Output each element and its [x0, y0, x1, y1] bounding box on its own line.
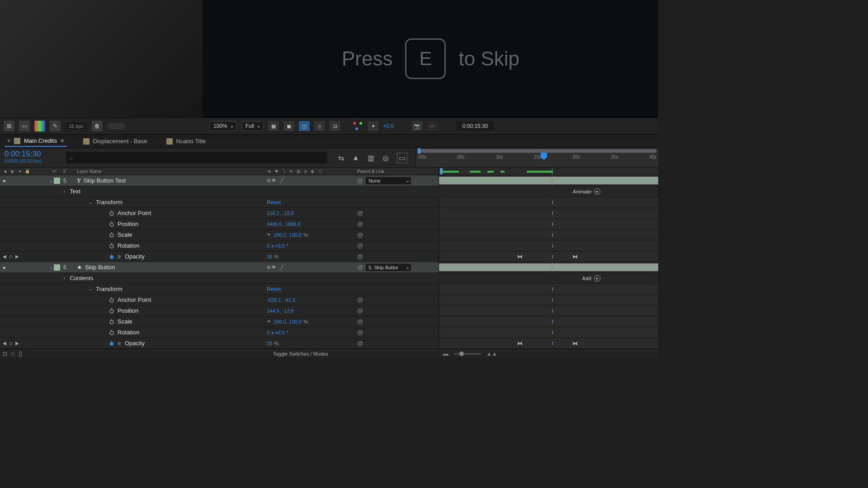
pickwhip-icon[interactable]: @	[357, 318, 363, 325]
panel-menu-icon[interactable]: ≡	[61, 137, 64, 144]
constrain-icon[interactable]: ⚭	[267, 232, 271, 238]
zoom-slider[interactable]	[454, 353, 481, 355]
zoom-dropdown[interactable]: 100%	[209, 121, 237, 131]
prev-key-icon[interactable]: ◀	[3, 254, 6, 259]
prev-key-icon[interactable]: ◀	[3, 341, 6, 346]
scale-y-value[interactable]: 100.0	[289, 319, 302, 324]
position-x-value[interactable]: 144.9	[267, 308, 279, 314]
rotation-deg-value[interactable]: +0.0	[275, 330, 285, 335]
pickwhip-icon[interactable]: @	[357, 307, 363, 314]
label-header-icon[interactable]: 🏷	[52, 169, 57, 174]
transform-group-row[interactable]: ⌄Transform Reset I	[0, 284, 658, 295]
draft-3d-icon[interactable]: ▲	[352, 154, 359, 162]
twirl-open-icon[interactable]: ⌄	[48, 265, 54, 270]
parent-dropdown[interactable]: None	[366, 177, 411, 184]
rotation-turns-value[interactable]: 0	[267, 243, 269, 249]
fx-icon[interactable]: fx	[288, 169, 294, 174]
add-key-icon[interactable]: ◇	[9, 254, 13, 259]
add-menu-icon[interactable]: ▶	[594, 275, 600, 282]
anchor-y-value[interactable]: -81.5	[284, 297, 295, 303]
label-swatch[interactable]	[54, 178, 60, 184]
color-mgmt-icon[interactable]	[352, 121, 363, 131]
pickwhip-icon[interactable]: @	[357, 340, 363, 347]
scale-row[interactable]: Scale ⚭100.0 ,100.0% @ I	[0, 316, 658, 327]
show-snapshot-icon[interactable]: ⟳	[427, 121, 438, 131]
trash-icon[interactable]: 🗑	[92, 121, 103, 131]
layer-name[interactable]: Skip Button	[85, 264, 115, 271]
graph-editor-icon[interactable]: ▭	[397, 153, 407, 163]
flowchart-icon[interactable]: ⊞	[4, 121, 14, 131]
folder-icon[interactable]: ▭	[19, 121, 30, 131]
pickwhip-icon[interactable]: @	[357, 231, 363, 238]
parent-header[interactable]: Parent & Link	[357, 169, 384, 174]
add-key-icon[interactable]: ◇	[9, 341, 13, 346]
stopwatch-icon[interactable]	[108, 297, 115, 303]
3d-icon[interactable]: ⬡	[317, 169, 323, 174]
time-ruler[interactable]: :00s 05s 10s 15s 20s 25s 30s	[415, 148, 658, 167]
pen-icon[interactable]: ✎	[50, 121, 61, 131]
reset-button[interactable]: Reset	[267, 286, 281, 292]
timecode[interactable]: 0:00:15:30	[5, 150, 59, 159]
stopwatch-icon[interactable]	[108, 243, 115, 249]
anchor-x-value[interactable]: -528.2	[267, 297, 281, 303]
next-key-icon[interactable]: ▶	[15, 254, 19, 259]
rotation-row[interactable]: Rotation 0x+0.0° @ I	[0, 240, 658, 251]
collapse-icon[interactable]: ✱	[274, 169, 279, 174]
stopwatch-icon[interactable]	[108, 329, 115, 336]
toggle-switches-icon[interactable]: ⊡	[3, 351, 7, 357]
layer-name[interactable]: Skip Button Text	[84, 177, 126, 184]
pickwhip-icon[interactable]: @	[357, 264, 363, 271]
opacity-row[interactable]: ◀◇▶ ⊵Opacity 20% @ ⧓⧓I	[0, 338, 658, 349]
rotation-turns-value[interactable]: 0	[267, 330, 269, 335]
anchor-y-value[interactable]: -10.0	[283, 211, 294, 216]
label-swatch[interactable]	[54, 264, 60, 271]
pickwhip-icon[interactable]: @	[357, 253, 363, 260]
zoom-in-icon[interactable]: ▲▲	[486, 351, 497, 357]
twirl-open-icon[interactable]: ⌄	[48, 178, 54, 183]
layer-name-header[interactable]: Layer Name	[77, 169, 101, 174]
resolution-dropdown[interactable]: Full	[241, 121, 264, 131]
close-icon[interactable]: ×	[7, 138, 10, 144]
layer-5-row[interactable]: ● ⌄ 5 TSkip Button Text ⊕✱╱ @None	[0, 175, 658, 186]
solo-header-icon[interactable]: ●	[17, 169, 23, 174]
rotation-deg-value[interactable]: +0.0	[275, 243, 285, 249]
text-group-row[interactable]: ›Text Animate:▶ I	[0, 186, 658, 197]
anchor-point-row[interactable]: Anchor Point 156.2 ,-10.0 @ I	[0, 208, 658, 219]
keyframe-icon[interactable]: ⧓	[572, 340, 578, 347]
scale-y-value[interactable]: 100.0	[289, 232, 302, 238]
zoom-out-icon[interactable]: ▬	[443, 351, 448, 357]
visibility-header-icon[interactable]: ●	[3, 169, 8, 174]
layer-search[interactable]: ⌕	[66, 152, 327, 164]
opacity-value[interactable]: 30	[267, 254, 272, 259]
twirl-closed-icon[interactable]: ›	[61, 276, 67, 281]
next-key-icon[interactable]: ▶	[15, 341, 19, 346]
reset-button[interactable]: Reset	[267, 199, 281, 206]
guides-icon[interactable]: ▯	[314, 121, 325, 131]
toggle-switches-modes-button[interactable]: Toggle Switches / Modes	[273, 351, 328, 357]
twirl-open-icon[interactable]: ⌄	[88, 286, 93, 291]
stopwatch-icon[interactable]	[108, 221, 115, 227]
work-area-start[interactable]	[418, 148, 420, 154]
layer-6-row[interactable]: ● ⌄ 6 ★Skip Button ⊕✱╱ @5. Skip Buttor	[0, 262, 658, 273]
position-y-value[interactable]: 1988.8	[285, 221, 301, 227]
pickwhip-icon[interactable]: @	[357, 296, 363, 303]
scale-x-value[interactable]: 100.0	[274, 319, 286, 324]
stopwatch-icon[interactable]	[108, 232, 115, 238]
opacity-value[interactable]: 20	[267, 341, 272, 346]
work-area-bar[interactable]	[418, 149, 656, 153]
position-x-value[interactable]: 3486.6	[267, 221, 282, 227]
animate-menu-icon[interactable]: ▶	[594, 188, 600, 195]
preview-time[interactable]: 0:00:15:30	[456, 122, 495, 131]
anchor-x-value[interactable]: 156.2	[267, 211, 279, 216]
lock-header-icon[interactable]: 🔒	[24, 169, 30, 174]
project-settings-icon[interactable]	[34, 121, 45, 131]
anchor-point-row[interactable]: Anchor Point -528.2 ,-81.5 @ I	[0, 295, 658, 305]
exposure-value[interactable]: +0.0	[383, 123, 394, 129]
channel-icon[interactable]: ⊡	[330, 121, 340, 131]
constrain-icon[interactable]: ⚭	[267, 319, 271, 324]
twirl-open-icon[interactable]: ⌄	[88, 200, 93, 205]
tab-displacement[interactable]: Displacement - Base	[80, 136, 150, 146]
opacity-row[interactable]: ◀◇▶ ⊵Opacity 30% @ ⧓⧓I	[0, 251, 658, 262]
transform-group-row[interactable]: ⌄Transform Reset I	[0, 197, 658, 208]
scale-row[interactable]: Scale ⚭100.0 ,100.0% @ I	[0, 230, 658, 240]
